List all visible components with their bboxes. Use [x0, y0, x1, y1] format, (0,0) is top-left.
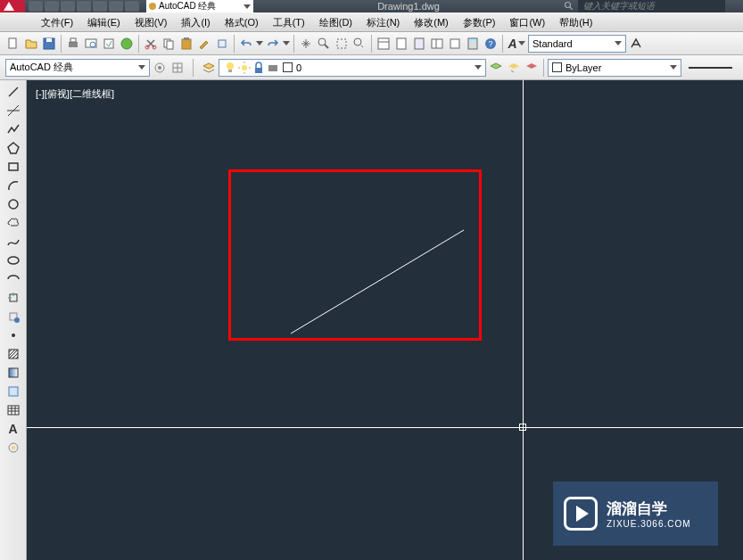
layer-combo[interactable]: 0 — [219, 59, 486, 77]
layer-color-swatch — [283, 62, 293, 72]
menu-draw[interactable]: 绘图(D) — [312, 12, 359, 32]
construction-line-icon[interactable] — [5, 103, 21, 119]
help-icon[interactable]: ? — [483, 36, 499, 52]
menu-window[interactable]: 窗口(W) — [502, 12, 552, 32]
app-logo-icon[interactable] — [0, 0, 25, 12]
publish-icon[interactable] — [101, 36, 117, 52]
bylayer-combo[interactable]: ByLayer — [548, 59, 681, 77]
workspace-combo[interactable]: AutoCAD 经典 — [5, 59, 150, 77]
line-tool-icon[interactable] — [5, 84, 21, 100]
menu-view[interactable]: 视图(V) — [128, 12, 175, 32]
arc-icon[interactable] — [5, 177, 21, 194]
undo-dropdown-icon[interactable] — [256, 41, 263, 45]
svg-point-38 — [227, 62, 234, 70]
copy-icon[interactable] — [161, 36, 177, 52]
print-icon[interactable] — [65, 36, 81, 52]
workspace-grid-icon[interactable] — [169, 60, 186, 76]
zoom-previous-icon[interactable] — [351, 36, 367, 52]
drawing-canvas[interactable]: [-][俯视][二维线框] 溜溜自学 ZIXUE.3066.COM — [27, 80, 743, 560]
menu-tools[interactable]: 工具(T) — [266, 12, 312, 32]
hatch-icon[interactable] — [5, 346, 21, 362]
qat-saveas-icon[interactable] — [77, 1, 91, 12]
layer-properties-icon[interactable] — [201, 60, 217, 76]
layer-state-icon[interactable] — [488, 60, 504, 76]
multiline-text-icon[interactable]: A — [5, 421, 21, 437]
add-selected-icon[interactable] — [5, 440, 21, 456]
workspace-settings-icon[interactable] — [152, 60, 168, 76]
menu-dimension[interactable]: 标注(N) — [359, 12, 407, 32]
menu-format[interactable]: 格式(O) — [218, 12, 266, 32]
viewport-label[interactable]: [-][俯视][二维线框] — [36, 87, 114, 101]
region-icon[interactable] — [5, 383, 21, 399]
point-icon[interactable] — [5, 327, 21, 343]
polygon-icon[interactable] — [5, 140, 21, 156]
workspace-title-label: AutoCAD 经典 — [159, 0, 216, 12]
match-properties-icon[interactable] — [196, 36, 212, 52]
block-editor-icon[interactable] — [214, 36, 230, 52]
pan-icon[interactable] — [298, 36, 314, 52]
svg-point-18 — [318, 38, 326, 45]
lineweight-preview[interactable] — [689, 67, 732, 69]
menu-edit[interactable]: 编辑(E) — [80, 12, 128, 32]
search-icon[interactable] — [564, 1, 574, 12]
menu-insert[interactable]: 插入(I) — [174, 12, 217, 32]
svg-point-72 — [12, 446, 15, 449]
zoom-realtime-icon[interactable] — [316, 36, 332, 52]
menu-help[interactable]: 帮助(H) — [552, 12, 599, 32]
svg-marker-50 — [8, 143, 19, 153]
zoom-window-icon[interactable] — [334, 36, 350, 52]
plot-preview-icon[interactable] — [83, 36, 99, 52]
polyline-icon[interactable] — [5, 121, 21, 137]
design-center-icon[interactable] — [429, 36, 445, 52]
search-input[interactable]: 键入关键字或短语 — [578, 0, 725, 12]
text-style-combo[interactable]: Standard — [528, 35, 626, 53]
paste-icon[interactable] — [178, 36, 194, 52]
ellipse-arc-icon[interactable] — [5, 271, 21, 287]
tool-palettes-icon[interactable] — [411, 36, 427, 52]
save-icon[interactable] — [41, 36, 57, 52]
cut-icon[interactable] — [143, 36, 159, 52]
svg-rect-4 — [46, 38, 52, 42]
svg-rect-15 — [182, 39, 191, 49]
ellipse-icon[interactable] — [5, 252, 21, 268]
qat-save-icon[interactable] — [61, 1, 75, 12]
svg-rect-25 — [415, 38, 424, 49]
qat-redo-icon[interactable] — [125, 1, 139, 12]
rectangle-icon[interactable] — [5, 159, 21, 175]
table-icon[interactable] — [5, 402, 21, 418]
qat-undo-icon[interactable] — [109, 1, 123, 12]
layer-isolate-icon[interactable] — [524, 60, 540, 76]
spline-icon[interactable] — [5, 234, 21, 250]
sheet-set-icon[interactable] — [393, 36, 409, 52]
markup-icon[interactable] — [447, 36, 463, 52]
open-file-icon[interactable] — [23, 36, 39, 52]
menubar: 文件(F) 编辑(E) 视图(V) 插入(I) 格式(O) 工具(T) 绘图(D… — [0, 12, 743, 32]
quickcalc-icon[interactable] — [465, 36, 481, 52]
menu-file[interactable]: 文件(F) — [34, 12, 80, 32]
text-format-icon[interactable] — [628, 36, 644, 52]
circle-icon[interactable] — [5, 196, 21, 212]
menu-modify[interactable]: 修改(M) — [407, 12, 456, 32]
insert-block-icon[interactable] — [5, 290, 21, 306]
revision-cloud-icon[interactable] — [5, 215, 21, 231]
plot-layer-icon — [266, 61, 280, 75]
redo-icon[interactable] — [265, 36, 281, 52]
undo-icon[interactable] — [238, 36, 254, 52]
workspace-title-combo[interactable]: AutoCAD 经典 — [146, 0, 253, 12]
make-block-icon[interactable] — [5, 309, 21, 325]
layer-previous-icon[interactable] — [506, 60, 522, 76]
document-title: Drawing1.dwg — [253, 1, 564, 12]
gradient-icon[interactable] — [5, 365, 21, 381]
redo-dropdown-icon[interactable] — [283, 41, 290, 45]
menu-parametric[interactable]: 参数(P) — [456, 12, 503, 32]
globe-icon[interactable] — [119, 36, 135, 52]
qat-plot-icon[interactable] — [93, 1, 107, 12]
qat-open-icon[interactable] — [45, 1, 59, 12]
text-style-letter-icon[interactable]: A — [507, 36, 526, 52]
properties-icon[interactable] — [376, 36, 392, 52]
new-file-icon[interactable] — [5, 36, 21, 52]
qat-new-icon[interactable] — [29, 1, 43, 12]
layer-name: 0 — [296, 62, 301, 73]
svg-rect-28 — [450, 39, 459, 48]
dropdown-arrow-icon — [244, 4, 251, 9]
